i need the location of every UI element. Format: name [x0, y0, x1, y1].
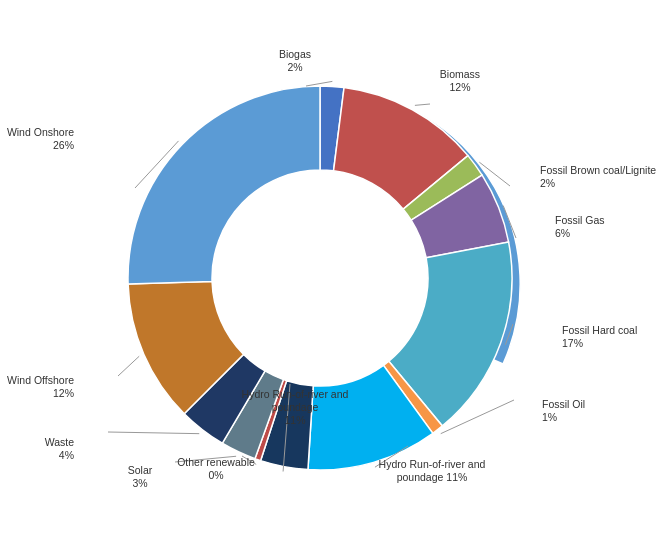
donut-hole — [212, 170, 428, 386]
chart-label: Fossil Oil1% — [542, 398, 585, 423]
svg-container: Biogas2%Biomass12%Fossil Brown coal/Lign… — [0, 16, 658, 506]
leader-line — [415, 104, 430, 105]
chart-label: Wind Offshore12% — [7, 374, 74, 399]
chart-label: Waste4% — [45, 436, 75, 461]
leader-line — [118, 356, 139, 376]
leader-line — [505, 324, 513, 345]
chart-label: Other renewable0% — [177, 456, 255, 481]
chart-label: Hydro Run-of-river andpoundage 11% — [379, 458, 486, 483]
chart-label: Wind Onshore26% — [7, 126, 74, 151]
chart-container: Biogas2%Biomass12%Fossil Brown coal/Lign… — [0, 0, 658, 536]
leader-line — [108, 432, 199, 434]
chart-label: Fossil Brown coal/Lignite2% — [540, 164, 656, 189]
chart-label: Fossil Hard coal17% — [562, 324, 637, 349]
chart-label: Fossil Gas6% — [555, 214, 605, 239]
chart-label: Biogas2% — [279, 48, 311, 73]
chart-label: Solar3% — [128, 464, 153, 489]
chart-label: Biomass12% — [440, 68, 480, 93]
